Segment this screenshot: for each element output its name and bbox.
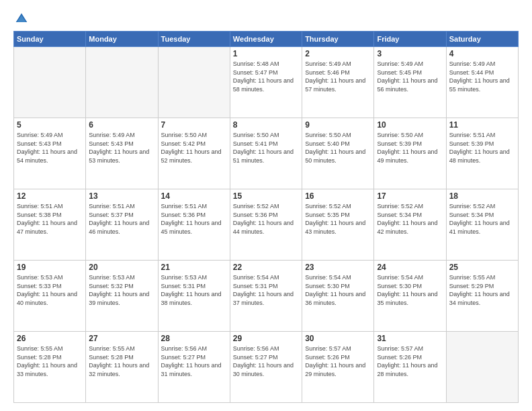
calendar-week-3: 12Sunrise: 5:51 AM Sunset: 5:38 PM Dayli… [14, 189, 519, 261]
calendar-cell: 28Sunrise: 5:56 AM Sunset: 5:27 PM Dayli… [158, 332, 230, 403]
calendar-week-2: 5Sunrise: 5:49 AM Sunset: 5:43 PM Daylig… [14, 118, 519, 189]
day-info: Sunrise: 5:48 AM Sunset: 5:47 PM Dayligh… [233, 60, 299, 93]
calendar-week-1: 1Sunrise: 5:48 AM Sunset: 5:47 PM Daylig… [14, 47, 519, 118]
day-info: Sunrise: 5:50 AM Sunset: 5:41 PM Dayligh… [233, 131, 299, 165]
calendar-cell: 19Sunrise: 5:53 AM Sunset: 5:33 PM Dayli… [14, 261, 86, 332]
calendar-cell: 10Sunrise: 5:50 AM Sunset: 5:39 PM Dayli… [374, 118, 446, 189]
calendar-header-thursday: Thursday [302, 32, 374, 47]
calendar-cell: 24Sunrise: 5:54 AM Sunset: 5:30 PM Dayli… [374, 261, 446, 332]
calendar-cell: 16Sunrise: 5:52 AM Sunset: 5:35 PM Dayli… [302, 189, 374, 261]
day-info: Sunrise: 5:49 AM Sunset: 5:46 PM Dayligh… [305, 60, 371, 93]
calendar-header-row: SundayMondayTuesdayWednesdayThursdayFrid… [14, 32, 519, 47]
day-number: 23 [305, 263, 371, 272]
calendar-week-5: 26Sunrise: 5:55 AM Sunset: 5:28 PM Dayli… [14, 332, 519, 403]
day-info: Sunrise: 5:53 AM Sunset: 5:33 PM Dayligh… [17, 273, 83, 307]
day-number: 20 [89, 263, 154, 272]
day-info: Sunrise: 5:57 AM Sunset: 5:26 PM Dayligh… [305, 345, 371, 378]
calendar-cell: 18Sunrise: 5:52 AM Sunset: 5:34 PM Dayli… [446, 189, 518, 261]
calendar-table: SundayMondayTuesdayWednesdayThursdayFrid… [13, 31, 519, 403]
calendar-cell: 29Sunrise: 5:56 AM Sunset: 5:27 PM Dayli… [230, 332, 302, 403]
day-number: 29 [233, 334, 299, 343]
calendar-cell: 13Sunrise: 5:51 AM Sunset: 5:37 PM Dayli… [86, 189, 158, 261]
day-number: 2 [305, 49, 371, 58]
day-number: 12 [17, 191, 83, 201]
day-number: 5 [17, 120, 83, 130]
day-info: Sunrise: 5:49 AM Sunset: 5:45 PM Dayligh… [377, 60, 443, 93]
day-number: 27 [89, 334, 154, 343]
calendar-cell: 21Sunrise: 5:53 AM Sunset: 5:31 PM Dayli… [158, 261, 230, 332]
day-number: 15 [233, 191, 299, 201]
calendar-cell: 17Sunrise: 5:52 AM Sunset: 5:34 PM Dayli… [374, 189, 446, 261]
day-info: Sunrise: 5:53 AM Sunset: 5:32 PM Dayligh… [89, 273, 154, 307]
day-number: 14 [161, 191, 227, 201]
day-info: Sunrise: 5:52 AM Sunset: 5:34 PM Dayligh… [377, 202, 443, 236]
day-info: Sunrise: 5:49 AM Sunset: 5:44 PM Dayligh… [449, 60, 515, 93]
calendar-header-monday: Monday [86, 32, 158, 47]
day-info: Sunrise: 5:51 AM Sunset: 5:38 PM Dayligh… [17, 202, 83, 236]
day-info: Sunrise: 5:51 AM Sunset: 5:39 PM Dayligh… [449, 131, 515, 165]
day-number: 30 [305, 334, 371, 343]
day-info: Sunrise: 5:52 AM Sunset: 5:36 PM Dayligh… [233, 202, 299, 236]
calendar-cell: 6Sunrise: 5:49 AM Sunset: 5:43 PM Daylig… [86, 118, 158, 189]
day-info: Sunrise: 5:54 AM Sunset: 5:31 PM Dayligh… [233, 273, 299, 307]
day-info: Sunrise: 5:50 AM Sunset: 5:42 PM Dayligh… [161, 131, 227, 165]
calendar-cell [86, 47, 158, 118]
day-number: 24 [377, 263, 443, 272]
calendar-header-sunday: Sunday [14, 32, 86, 47]
day-info: Sunrise: 5:56 AM Sunset: 5:27 PM Dayligh… [161, 345, 227, 378]
calendar-cell: 1Sunrise: 5:48 AM Sunset: 5:47 PM Daylig… [230, 47, 302, 118]
calendar-cell: 5Sunrise: 5:49 AM Sunset: 5:43 PM Daylig… [14, 118, 86, 189]
calendar-cell: 3Sunrise: 5:49 AM Sunset: 5:45 PM Daylig… [374, 47, 446, 118]
day-info: Sunrise: 5:51 AM Sunset: 5:37 PM Dayligh… [89, 202, 154, 236]
day-info: Sunrise: 5:57 AM Sunset: 5:26 PM Dayligh… [377, 345, 443, 378]
day-number: 3 [377, 49, 443, 58]
logo-area [13, 11, 28, 26]
calendar-week-4: 19Sunrise: 5:53 AM Sunset: 5:33 PM Dayli… [14, 261, 519, 332]
day-info: Sunrise: 5:50 AM Sunset: 5:40 PM Dayligh… [305, 131, 371, 165]
day-number: 9 [305, 120, 371, 130]
day-info: Sunrise: 5:51 AM Sunset: 5:36 PM Dayligh… [161, 202, 227, 236]
calendar-cell: 25Sunrise: 5:55 AM Sunset: 5:29 PM Dayli… [446, 261, 518, 332]
calendar-cell [14, 47, 86, 118]
day-info: Sunrise: 5:55 AM Sunset: 5:28 PM Dayligh… [17, 345, 83, 378]
day-number: 19 [17, 263, 83, 272]
calendar-cell: 12Sunrise: 5:51 AM Sunset: 5:38 PM Dayli… [14, 189, 86, 261]
calendar-cell [158, 47, 230, 118]
day-number: 16 [305, 191, 371, 201]
day-info: Sunrise: 5:55 AM Sunset: 5:28 PM Dayligh… [89, 345, 154, 378]
calendar-cell: 27Sunrise: 5:55 AM Sunset: 5:28 PM Dayli… [86, 332, 158, 403]
day-number: 17 [377, 191, 443, 201]
calendar-cell: 20Sunrise: 5:53 AM Sunset: 5:32 PM Dayli… [86, 261, 158, 332]
calendar-cell: 9Sunrise: 5:50 AM Sunset: 5:40 PM Daylig… [302, 118, 374, 189]
calendar-cell: 2Sunrise: 5:49 AM Sunset: 5:46 PM Daylig… [302, 47, 374, 118]
day-number: 25 [449, 263, 515, 272]
day-info: Sunrise: 5:52 AM Sunset: 5:34 PM Dayligh… [449, 202, 515, 236]
calendar-header-tuesday: Tuesday [158, 32, 230, 47]
calendar-cell: 23Sunrise: 5:54 AM Sunset: 5:30 PM Dayli… [302, 261, 374, 332]
calendar-cell: 7Sunrise: 5:50 AM Sunset: 5:42 PM Daylig… [158, 118, 230, 189]
day-info: Sunrise: 5:56 AM Sunset: 5:27 PM Dayligh… [233, 345, 299, 378]
day-number: 7 [161, 120, 227, 130]
calendar-header-saturday: Saturday [446, 32, 518, 47]
day-number: 6 [89, 120, 154, 130]
day-number: 31 [377, 334, 443, 343]
day-number: 13 [89, 191, 154, 201]
day-number: 21 [161, 263, 227, 272]
calendar-cell [446, 332, 518, 403]
calendar-cell: 11Sunrise: 5:51 AM Sunset: 5:39 PM Dayli… [446, 118, 518, 189]
calendar-cell: 31Sunrise: 5:57 AM Sunset: 5:26 PM Dayli… [374, 332, 446, 403]
day-info: Sunrise: 5:54 AM Sunset: 5:30 PM Dayligh… [377, 273, 443, 307]
day-info: Sunrise: 5:50 AM Sunset: 5:39 PM Dayligh… [377, 131, 443, 165]
calendar-header-friday: Friday [374, 32, 446, 47]
calendar-cell: 26Sunrise: 5:55 AM Sunset: 5:28 PM Dayli… [14, 332, 86, 403]
day-info: Sunrise: 5:49 AM Sunset: 5:43 PM Dayligh… [17, 131, 83, 165]
day-number: 26 [17, 334, 83, 343]
day-number: 10 [377, 120, 443, 130]
day-info: Sunrise: 5:53 AM Sunset: 5:31 PM Dayligh… [161, 273, 227, 307]
day-number: 28 [161, 334, 227, 343]
day-info: Sunrise: 5:55 AM Sunset: 5:29 PM Dayligh… [449, 273, 515, 307]
calendar-cell: 8Sunrise: 5:50 AM Sunset: 5:41 PM Daylig… [230, 118, 302, 189]
calendar-header-wednesday: Wednesday [230, 32, 302, 47]
day-number: 4 [449, 49, 515, 58]
header [13, 11, 519, 26]
